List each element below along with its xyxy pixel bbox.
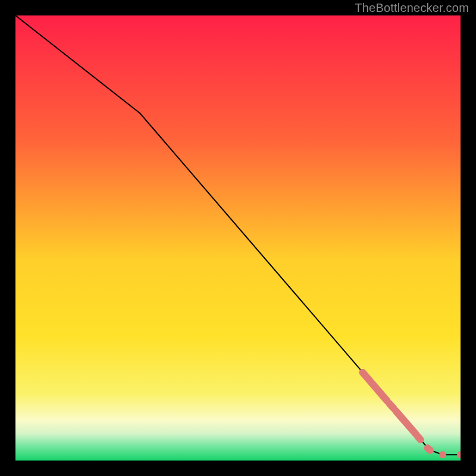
highlight-segment — [418, 437, 420, 440]
highlight-segment — [389, 403, 393, 408]
highlight-dot — [439, 451, 446, 458]
plot-area — [15, 15, 461, 461]
chart-svg — [15, 15, 461, 461]
gradient-background — [15, 15, 461, 461]
chart-stage: TheBottlenecker.com — [0, 0, 476, 476]
attribution-text: TheBottlenecker.com — [355, 1, 469, 15]
highlight-segment — [428, 448, 430, 450]
